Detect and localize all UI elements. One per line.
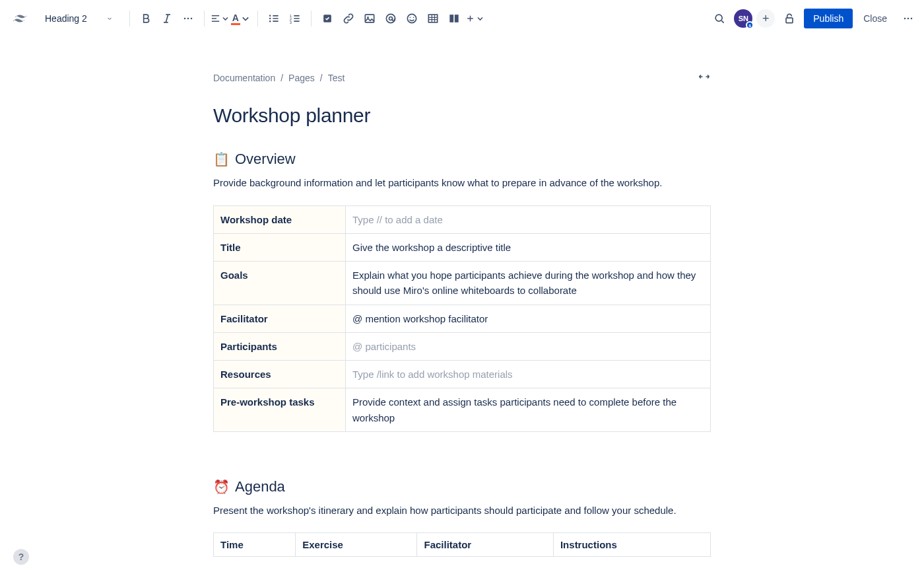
- overview-heading-text: Overview: [235, 151, 296, 168]
- svg-rect-19: [455, 15, 459, 22]
- agenda-column-header[interactable]: Facilitator: [417, 533, 553, 557]
- more-formatting-button[interactable]: [178, 8, 199, 29]
- user-avatar[interactable]: SN s: [734, 9, 752, 28]
- table-row[interactable]: Pre-workshop tasksProvide context and as…: [214, 388, 711, 432]
- clock-emoji: ⏰: [213, 479, 230, 495]
- row-value[interactable]: Explain what you hope participants achie…: [346, 262, 711, 305]
- numbered-list-button[interactable]: 123: [284, 8, 306, 29]
- row-value[interactable]: @ participants: [346, 332, 711, 360]
- help-button[interactable]: ?: [13, 549, 29, 565]
- separator: [311, 11, 312, 26]
- row-label[interactable]: Workshop date: [214, 205, 346, 233]
- link-button[interactable]: [338, 8, 359, 29]
- row-value[interactable]: Provide context and assign tasks partici…: [346, 388, 711, 432]
- agenda-description[interactable]: Present the workshop's itinerary and exp…: [213, 503, 711, 519]
- breadcrumb: Documentation / Pages / Test: [213, 73, 345, 83]
- table-row[interactable]: GoalsExplain what you hope participants …: [214, 262, 711, 305]
- editor-toolbar: Heading 2 A 123 SN s + Publish: [0, 0, 924, 37]
- mention-button[interactable]: [380, 8, 401, 29]
- clipboard-emoji: 📋: [213, 151, 230, 167]
- close-button[interactable]: Close: [857, 9, 894, 28]
- table-row[interactable]: ResourcesType /link to add workshop mate…: [214, 361, 711, 388]
- table-row[interactable]: Facilitator@ mention workshop facilitato…: [214, 305, 711, 332]
- insert-more-dropdown[interactable]: [465, 8, 486, 29]
- svg-rect-18: [449, 15, 453, 22]
- text-color-dropdown[interactable]: A: [231, 8, 252, 29]
- row-label[interactable]: Title: [214, 233, 346, 261]
- chevron-down-icon: [239, 12, 252, 25]
- text-style-label: Heading 2: [45, 13, 87, 24]
- svg-point-16: [412, 17, 414, 18]
- svg-point-4: [269, 18, 271, 20]
- avatar-status-badge: s: [746, 21, 754, 29]
- table-button[interactable]: [422, 8, 444, 29]
- find-replace-button[interactable]: [709, 8, 730, 29]
- row-label[interactable]: Resources: [214, 361, 346, 388]
- agenda-heading-text: Agenda: [235, 478, 285, 495]
- breadcrumb-item[interactable]: Test: [328, 73, 345, 83]
- restrictions-button[interactable]: [779, 8, 800, 29]
- table-row[interactable]: Workshop dateType // to add a date: [214, 205, 711, 233]
- svg-point-24: [911, 18, 913, 20]
- svg-point-15: [409, 17, 411, 18]
- italic-button[interactable]: [156, 8, 178, 29]
- row-label[interactable]: Facilitator: [214, 305, 346, 332]
- table-row[interactable]: Participants@ participants: [214, 332, 711, 360]
- chevron-down-icon: [475, 12, 486, 25]
- svg-rect-10: [365, 15, 374, 22]
- breadcrumb-item[interactable]: Pages: [288, 73, 315, 83]
- row-label[interactable]: Pre-workshop tasks: [214, 388, 346, 432]
- bullet-list-button[interactable]: [263, 8, 284, 29]
- row-label[interactable]: Goals: [214, 262, 346, 305]
- text-style-dropdown[interactable]: Heading 2: [40, 9, 119, 28]
- page-content[interactable]: Documentation / Pages / Test Workshop pl…: [213, 70, 711, 557]
- svg-text:3: 3: [289, 20, 291, 24]
- separator: [204, 11, 205, 26]
- table-row[interactable]: TitleGive the workshop a descriptive tit…: [214, 233, 711, 261]
- svg-point-20: [715, 15, 722, 21]
- separator: [257, 11, 258, 26]
- breadcrumb-separator: /: [280, 73, 283, 83]
- agenda-heading[interactable]: ⏰ Agenda: [213, 478, 711, 495]
- breadcrumb-item[interactable]: Documentation: [213, 73, 275, 83]
- page-width-toggle[interactable]: [698, 70, 711, 86]
- svg-point-5: [269, 20, 271, 22]
- svg-point-1: [187, 18, 189, 20]
- layouts-button[interactable]: [444, 8, 465, 29]
- agenda-column-header[interactable]: Time: [214, 533, 296, 557]
- overview-table[interactable]: Workshop dateType // to add a dateTitleG…: [213, 205, 711, 432]
- svg-point-22: [904, 18, 906, 20]
- row-value[interactable]: Type /link to add workshop materials: [346, 361, 711, 388]
- agenda-column-header[interactable]: Exercise: [296, 533, 417, 557]
- svg-point-2: [191, 18, 193, 20]
- row-value[interactable]: Give the workshop a descriptive title: [346, 233, 711, 261]
- confluence-logo[interactable]: [0, 11, 40, 26]
- separator: [129, 11, 130, 26]
- align-dropdown[interactable]: [210, 8, 231, 29]
- chevron-down-icon: [106, 15, 114, 22]
- action-item-button[interactable]: [317, 8, 338, 29]
- svg-point-0: [184, 18, 186, 20]
- invite-button[interactable]: +: [756, 9, 775, 28]
- publish-button[interactable]: Publish: [804, 9, 853, 28]
- svg-point-12: [386, 14, 395, 22]
- page-title[interactable]: Workshop planner: [213, 104, 711, 127]
- row-value[interactable]: Type // to add a date: [346, 205, 711, 233]
- bold-button[interactable]: [135, 8, 156, 29]
- chevron-down-icon: [220, 12, 231, 25]
- more-actions-button[interactable]: [898, 8, 919, 29]
- overview-description[interactable]: Provide background information and let p…: [213, 176, 711, 191]
- emoji-button[interactable]: [401, 8, 422, 29]
- svg-rect-17: [428, 15, 437, 22]
- overview-heading[interactable]: 📋 Overview: [213, 151, 711, 168]
- row-label[interactable]: Participants: [214, 332, 346, 360]
- svg-rect-21: [786, 18, 793, 22]
- agenda-column-header[interactable]: Instructions: [553, 533, 710, 557]
- breadcrumb-separator: /: [320, 73, 323, 83]
- image-button[interactable]: [359, 8, 380, 29]
- svg-point-14: [407, 14, 416, 22]
- row-value[interactable]: @ mention workshop facilitator: [346, 305, 711, 332]
- agenda-table[interactable]: TimeExerciseFacilitatorInstructions: [213, 532, 711, 557]
- svg-point-23: [908, 18, 909, 20]
- svg-point-3: [269, 15, 271, 17]
